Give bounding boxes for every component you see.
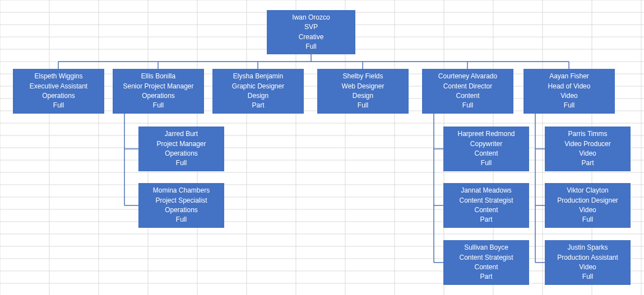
org-node[interactable]: Sullivan Boyce Content Strategist Conten… bbox=[443, 240, 529, 285]
node-name: Ellis Bonilla bbox=[141, 72, 175, 81]
org-node[interactable]: Courteney Alvarado Content Director Cont… bbox=[422, 69, 513, 114]
node-title: Project Manager bbox=[156, 139, 206, 149]
node-title: Content Strategist bbox=[459, 196, 513, 205]
node-dept: Content bbox=[474, 263, 498, 272]
node-name: Viktor Clayton bbox=[567, 186, 608, 195]
node-title: Content Director bbox=[443, 82, 492, 91]
node-dept: Design bbox=[353, 91, 373, 101]
org-node-root[interactable]: Iwan Orozco SVP Creative Full bbox=[267, 10, 355, 54]
org-node[interactable]: Parris Timms Video Producer Video Part bbox=[545, 127, 631, 171]
node-name: Sullivan Boyce bbox=[464, 243, 508, 252]
org-node[interactable]: Harpreet Redmond Copywriter Content Full bbox=[443, 127, 529, 171]
node-status: Full bbox=[462, 101, 473, 110]
node-status: Part bbox=[480, 272, 492, 282]
node-dept: Video bbox=[579, 149, 596, 158]
node-title: Video Producer bbox=[564, 139, 611, 149]
node-title: Graphic Designer bbox=[232, 82, 284, 91]
node-name: Justin Sparks bbox=[567, 243, 608, 252]
org-node[interactable]: Momina Chambers Project Specialist Opera… bbox=[138, 183, 224, 228]
node-name: Momina Chambers bbox=[153, 186, 210, 195]
org-node[interactable]: Jarred Burt Project Manager Operations F… bbox=[138, 127, 224, 171]
node-dept: Content bbox=[474, 149, 498, 158]
org-node[interactable]: Elspeth Wiggins Executive Assistant Oper… bbox=[13, 69, 104, 114]
node-dept: Operations bbox=[42, 91, 75, 101]
node-name: Shelby Fields bbox=[342, 72, 383, 81]
node-name: Iwan Orozco bbox=[292, 13, 330, 22]
node-dept: Video bbox=[560, 91, 577, 101]
node-dept: Design bbox=[248, 91, 268, 101]
org-node[interactable]: Aayan Fisher Head of Video Video Full bbox=[523, 69, 615, 114]
node-title: SVP bbox=[304, 22, 318, 32]
node-status: Part bbox=[252, 101, 264, 110]
node-status: Full bbox=[358, 101, 368, 110]
node-title: Project Specialist bbox=[155, 196, 207, 205]
node-name: Harpreet Redmond bbox=[457, 129, 515, 139]
node-status: Full bbox=[481, 158, 492, 168]
node-status: Full bbox=[53, 101, 64, 110]
node-status: Part bbox=[480, 215, 492, 224]
node-title: Content Strategist bbox=[459, 253, 513, 263]
node-status: Part bbox=[581, 158, 594, 168]
node-dept: Video bbox=[579, 205, 596, 215]
node-status: Full bbox=[176, 158, 187, 168]
node-name: Jannat Meadows bbox=[461, 186, 512, 195]
node-status: Full bbox=[305, 42, 316, 51]
node-title: Head of Video bbox=[548, 82, 591, 91]
node-title: Copywriter bbox=[470, 139, 502, 149]
node-status: Full bbox=[582, 272, 593, 282]
org-node[interactable]: Jannat Meadows Content Strategist Conten… bbox=[443, 183, 529, 228]
node-title: Web Designer bbox=[342, 82, 384, 91]
node-title: Senior Project Manager bbox=[123, 82, 193, 91]
node-dept: Operations bbox=[165, 149, 198, 158]
node-name: Elysha Benjamin bbox=[233, 72, 283, 81]
org-node[interactable]: Viktor Clayton Production Designer Video… bbox=[545, 183, 631, 228]
node-name: Parris Timms bbox=[568, 129, 608, 139]
node-dept: Operations bbox=[165, 205, 198, 215]
node-status: Full bbox=[176, 215, 187, 224]
node-name: Elspeth Wiggins bbox=[34, 72, 82, 81]
org-node[interactable]: Justin Sparks Production Assistant Video… bbox=[545, 240, 631, 285]
node-name: Courteney Alvarado bbox=[438, 72, 497, 81]
org-node[interactable]: Elysha Benjamin Graphic Designer Design … bbox=[212, 69, 304, 114]
node-dept: Creative bbox=[299, 32, 324, 42]
node-dept: Video bbox=[579, 263, 596, 272]
node-status: Full bbox=[564, 101, 574, 110]
node-status: Full bbox=[153, 101, 164, 110]
node-dept: Content bbox=[456, 91, 479, 101]
node-name: Aayan Fisher bbox=[549, 72, 589, 81]
node-title: Production Designer bbox=[557, 196, 618, 205]
org-node[interactable]: Ellis Bonilla Senior Project Manager Ope… bbox=[113, 69, 204, 114]
node-title: Production Assistant bbox=[557, 253, 618, 263]
org-node[interactable]: Shelby Fields Web Designer Design Full bbox=[317, 69, 409, 114]
node-title: Executive Assistant bbox=[30, 82, 87, 91]
node-name: Jarred Burt bbox=[165, 129, 198, 139]
node-dept: Operations bbox=[142, 91, 175, 101]
node-dept: Content bbox=[474, 205, 498, 215]
node-status: Full bbox=[582, 215, 593, 224]
